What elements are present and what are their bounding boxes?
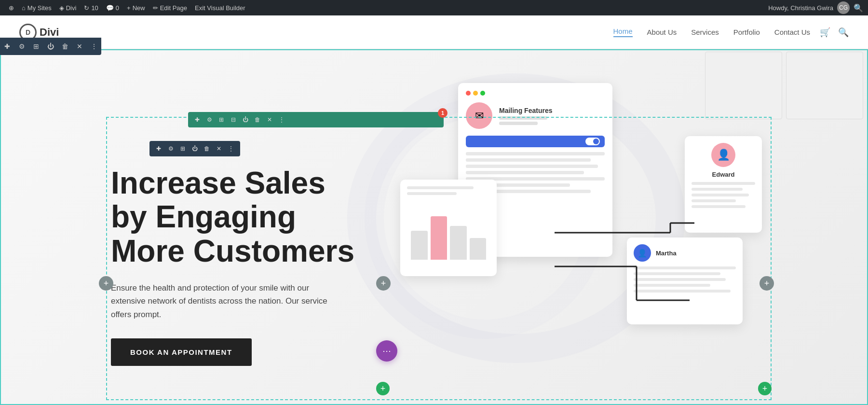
section-delete-icon[interactable]: 🗑 bbox=[59, 40, 71, 53]
user-greeting: Howdy, Christina Gwira bbox=[768, 4, 833, 12]
exit-vb-button[interactable]: Exit Visual Builder bbox=[191, 0, 249, 15]
mailing-title: Mailing Features bbox=[499, 107, 552, 114]
profile-line-2 bbox=[692, 188, 743, 191]
conn-line-4 bbox=[634, 284, 710, 287]
progress-bar bbox=[466, 136, 605, 147]
wp-logo-button[interactable]: ⊕ bbox=[5, 0, 18, 15]
mt2-disable[interactable]: ⏻ bbox=[190, 143, 200, 154]
mt2-duplicate[interactable]: ⊞ bbox=[177, 143, 188, 154]
chart-title-line bbox=[407, 186, 474, 189]
profile-line-3 bbox=[692, 194, 749, 196]
card-line-2 bbox=[466, 158, 591, 162]
profile-lines bbox=[692, 182, 755, 211]
card-line-1 bbox=[466, 152, 605, 155]
mt1-disable[interactable]: ⏻ bbox=[240, 114, 251, 125]
pencil-icon: ✏ bbox=[153, 4, 158, 12]
conn-line-3 bbox=[634, 278, 726, 281]
dot-green bbox=[480, 91, 485, 96]
mt1-settings[interactable]: ⚙ bbox=[204, 114, 215, 125]
hero-right-column: ✉ Mailing Features bbox=[400, 78, 762, 392]
module-toolbar-green: ✚ ⚙ ⊞ ⊟ ⏻ 🗑 ✕ ⋮ 1 bbox=[188, 112, 444, 127]
progress-toggle bbox=[585, 138, 600, 145]
mailing-row: ✉ Mailing Features bbox=[466, 102, 605, 129]
mt1-add[interactable]: ✚ bbox=[192, 114, 203, 125]
cart-icon[interactable]: 🛒 bbox=[820, 27, 830, 38]
connection-lines-card bbox=[634, 266, 736, 293]
toggle-circle bbox=[593, 139, 599, 144]
mt1-columns[interactable]: ⊟ bbox=[228, 114, 239, 125]
add-column-left[interactable]: + bbox=[99, 276, 113, 291]
martha-name: Martha bbox=[656, 250, 677, 257]
updates-button[interactable]: ↻ 10 bbox=[80, 0, 102, 15]
hero-heading: Increase Sales by Engaging More Customer… bbox=[111, 166, 366, 268]
mt2-close[interactable]: ✕ bbox=[214, 143, 224, 154]
card-line-3 bbox=[466, 165, 598, 168]
edit-page-button[interactable]: ✏ Edit Page bbox=[149, 0, 191, 15]
mt2-add[interactable]: ✚ bbox=[153, 143, 164, 154]
section-add-icon[interactable]: ✚ bbox=[1, 40, 14, 53]
dot-yellow bbox=[473, 91, 478, 96]
search-icon[interactable]: 🔍 bbox=[838, 27, 849, 38]
book-appointment-button[interactable]: Book An Appointment bbox=[111, 338, 252, 366]
section-settings-icon[interactable]: ⚙ bbox=[15, 40, 28, 53]
martha-avatar-row: 👤 Martha bbox=[634, 244, 736, 262]
mt2-more[interactable]: ⋮ bbox=[226, 143, 236, 154]
module-toolbar-dark: ✚ ⚙ ⊞ ⏻ 🗑 ✕ ⋮ bbox=[149, 141, 240, 156]
comments-button[interactable]: 💬 0 bbox=[102, 0, 123, 15]
add-column-right[interactable]: + bbox=[760, 276, 774, 291]
divi-icon: ◈ bbox=[59, 4, 64, 12]
hero-section: ✚ ⚙ ⊞ ⊟ ⏻ 🗑 ✕ ⋮ 1 ✚ ⚙ ⊞ ⏻ 🗑 ✕ ⋮ Inc bbox=[0, 49, 868, 405]
plus-icon: + bbox=[127, 4, 131, 12]
chart-subtitle-line bbox=[407, 192, 457, 195]
section-disable-icon[interactable]: ⏻ bbox=[44, 40, 57, 53]
add-column-center[interactable]: + bbox=[376, 276, 391, 291]
profile-avatar-edward: 👤 bbox=[711, 143, 735, 167]
profile-line-4 bbox=[692, 199, 736, 202]
mt1-close[interactable]: ✕ bbox=[264, 114, 275, 125]
new-content-button[interactable]: + New bbox=[123, 0, 149, 15]
mt2-settings[interactable]: ⚙ bbox=[165, 143, 176, 154]
mt2-delete[interactable]: 🗑 bbox=[202, 143, 212, 154]
section-more-icon[interactable]: ⋮ bbox=[88, 40, 100, 53]
mt1-duplicate[interactable]: ⊞ bbox=[216, 114, 227, 125]
profile-line-5 bbox=[692, 205, 746, 208]
divi-menu[interactable]: ◈ Divi bbox=[55, 0, 81, 15]
mt1-delete[interactable]: 🗑 bbox=[252, 114, 263, 125]
admin-bar: ⊕ ⌂ My Sites ◈ Divi ↻ 10 💬 0 + New ✏ Edi… bbox=[0, 0, 868, 15]
admin-search-icon[interactable]: 🔍 bbox=[854, 3, 863, 13]
avatar[interactable]: CG bbox=[837, 1, 850, 14]
my-sites-menu[interactable]: ⌂ My Sites bbox=[18, 0, 55, 15]
site-nav: Home About Us Services Portfolio Contact… bbox=[613, 27, 810, 37]
nav-home[interactable]: Home bbox=[613, 27, 633, 37]
profile-name-edward: Edward bbox=[712, 171, 735, 178]
profile-line-1 bbox=[692, 182, 755, 185]
section-toolbar: ✚ ⚙ ⊞ ⏻ 🗑 ✕ ⋮ bbox=[0, 38, 101, 55]
site-header: D Divi Home About Us Services Portfolio … bbox=[0, 15, 868, 49]
placeholder-panel-2 bbox=[786, 52, 863, 119]
mt1-more[interactable]: ⋮ bbox=[276, 114, 287, 125]
admin-bar-right: Howdy, Christina Gwira CG 🔍 bbox=[768, 1, 863, 14]
profile-card-edward: 👤 Edward bbox=[685, 136, 762, 233]
purple-dots-button[interactable]: ⋯ bbox=[376, 340, 397, 362]
chart-bar-1 bbox=[411, 231, 428, 260]
mailing-info: Mailing Features bbox=[499, 107, 552, 125]
nav-portfolio[interactable]: Portfolio bbox=[733, 28, 760, 36]
section-close-icon[interactable]: ✕ bbox=[73, 40, 86, 53]
add-section-button-right[interactable]: + bbox=[758, 382, 772, 395]
chart-bars-area bbox=[407, 202, 490, 260]
wp-icon: ⊕ bbox=[9, 4, 14, 12]
mail-icon: ✉ bbox=[466, 102, 492, 129]
nav-contact[interactable]: Contact Us bbox=[774, 28, 810, 36]
update-icon: ↻ bbox=[84, 4, 89, 12]
add-section-button-bottom[interactable]: + bbox=[376, 382, 390, 395]
window-dots bbox=[466, 91, 605, 96]
notification-badge: 1 bbox=[438, 108, 448, 118]
comment-icon: 💬 bbox=[106, 4, 114, 12]
hero-description: Ensure the health and protection of your… bbox=[111, 281, 342, 321]
hero-left-column: ✚ ⚙ ⊞ ⊟ ⏻ 🗑 ✕ ⋮ 1 ✚ ⚙ ⊞ ⏻ 🗑 ✕ ⋮ Inc bbox=[111, 122, 366, 366]
page-content: ✚ ⚙ ⊞ ⊟ ⏻ 🗑 ✕ ⋮ 1 ✚ ⚙ ⊞ ⏻ 🗑 ✕ ⋮ Inc bbox=[0, 49, 868, 405]
nav-about[interactable]: About Us bbox=[647, 28, 677, 36]
mailing-line-2 bbox=[499, 122, 538, 125]
section-duplicate-icon[interactable]: ⊞ bbox=[30, 40, 42, 53]
nav-services[interactable]: Services bbox=[691, 28, 719, 36]
